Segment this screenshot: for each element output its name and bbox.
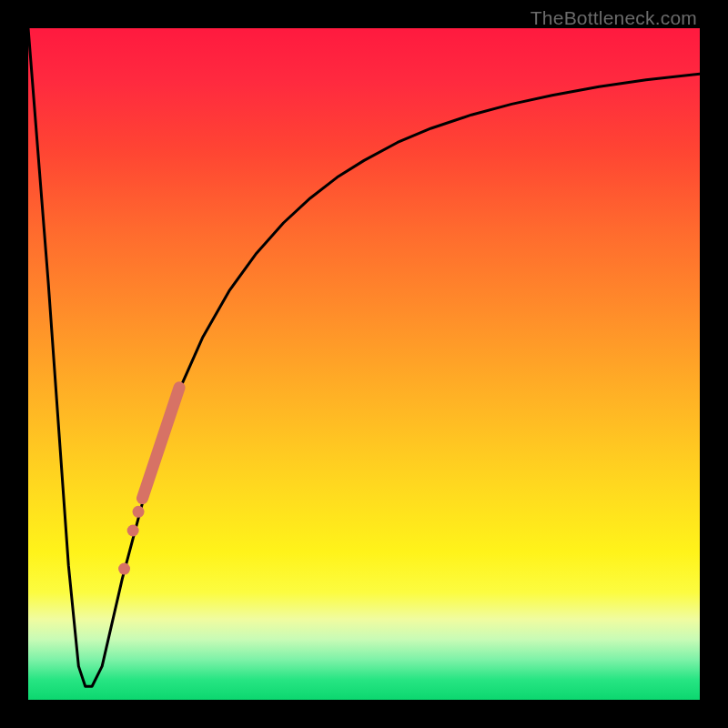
marker-dot: [118, 563, 130, 575]
bottleneck-curve: [28, 28, 700, 686]
chart-frame: TheBottleneck.com: [0, 0, 728, 728]
marker-dot: [133, 506, 145, 518]
chart-svg: [28, 28, 700, 700]
plot-area: [28, 28, 700, 700]
marker-dot: [127, 525, 139, 537]
attribution-text: TheBottleneck.com: [531, 7, 697, 29]
marker-segment: [142, 388, 179, 499]
